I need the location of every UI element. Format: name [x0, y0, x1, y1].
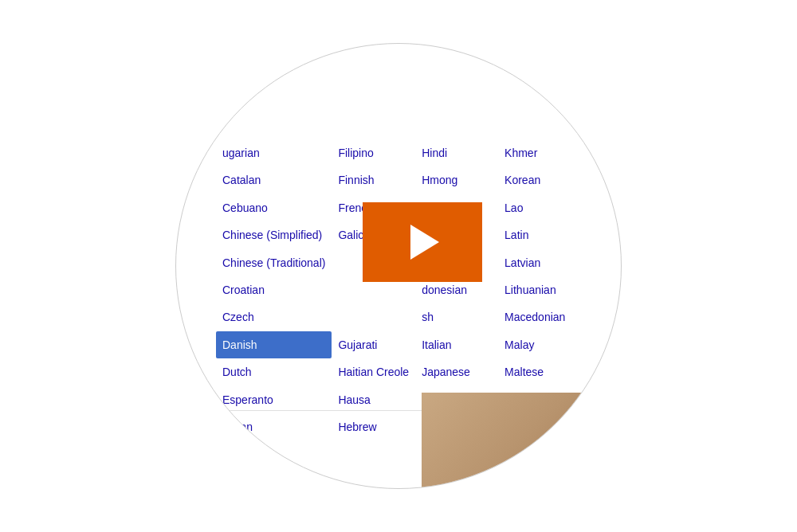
bottom-image	[422, 393, 621, 488]
play-icon	[410, 225, 439, 260]
list-item-croatian[interactable]: Croatian	[216, 276, 332, 303]
list-item[interactable]: sh	[415, 303, 498, 331]
list-item[interactable]: Khmer	[498, 139, 581, 166]
list-item-danish[interactable]: Danish	[216, 331, 332, 358]
list-item[interactable]: Chinese (Simplified)	[216, 221, 332, 248]
list-item[interactable]: Hindi	[415, 139, 498, 166]
language-column-1: ugarian Catalan Cebuano Chinese (Simplif…	[216, 139, 332, 440]
list-item[interactable]: Maltese	[498, 358, 581, 385]
list-item[interactable]: Korean	[498, 166, 581, 194]
list-item[interactable]: Latvian	[498, 249, 581, 276]
list-item[interactable]: Latin	[498, 221, 581, 248]
list-item[interactable]: ugarian	[216, 139, 332, 166]
list-item[interactable]: Filipino	[332, 139, 415, 166]
list-item[interactable]: tonian	[216, 413, 332, 440]
list-item-haitian-creole[interactable]: Haitian Creole	[332, 358, 415, 385]
video-play-overlay[interactable]	[363, 202, 482, 282]
list-item[interactable]: Chinese (Traditional)	[216, 249, 332, 276]
list-item[interactable]: Czech	[216, 303, 332, 331]
list-item[interactable]: Macedonian	[498, 303, 581, 331]
list-item[interactable]: Gujarati	[332, 331, 415, 358]
list-item[interactable]: Catalan	[216, 166, 332, 194]
list-item[interactable]: Lao	[498, 194, 581, 221]
list-item[interactable]: Japanese	[415, 358, 498, 385]
list-item[interactable]: Italian	[415, 331, 498, 358]
list-item[interactable]: Finnish	[332, 166, 415, 194]
list-item-dutch[interactable]: Dutch	[216, 358, 332, 385]
language-column-2: Filipino Finnish French Galician Gujarat…	[332, 139, 415, 440]
list-item[interactable]: Hmong	[415, 166, 498, 194]
main-circle: ugarian Catalan Cebuano Chinese (Simplif…	[175, 43, 622, 489]
list-item[interactable]: Hebrew	[332, 413, 415, 440]
list-item[interactable]: Malay	[498, 331, 581, 358]
list-item	[332, 303, 415, 331]
list-item[interactable]: Lithuanian	[498, 276, 581, 303]
list-item[interactable]: Cebuano	[216, 194, 332, 221]
list-item[interactable]: Hausa	[332, 386, 415, 413]
list-item[interactable]: Esperanto	[216, 386, 332, 413]
